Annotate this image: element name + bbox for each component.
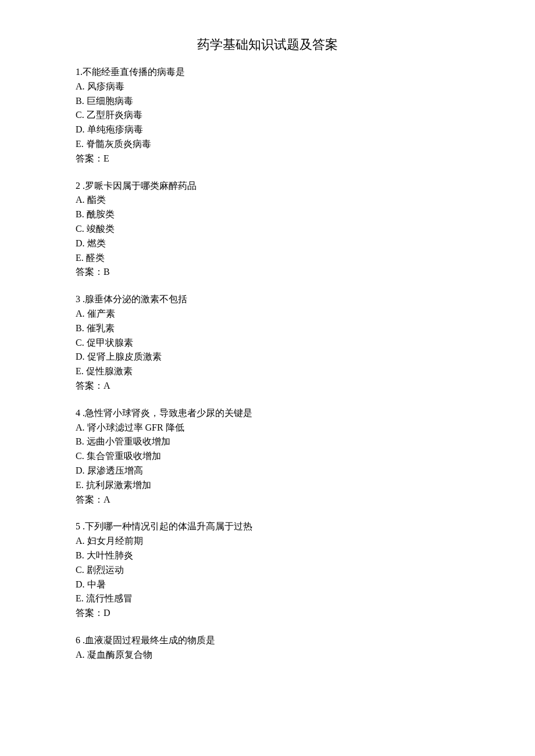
option-text: C. 剧烈运动 [76, 563, 459, 578]
question-block: 1.不能经垂直传播的病毒是A. 风疹病毒B. 巨细胞病毒C. 乙型肝炎病毒D. … [76, 65, 459, 166]
question-text: 6 .血液凝固过程最终生成的物质是 [76, 633, 459, 648]
answer-text: 答案：D [76, 606, 459, 621]
option-text: B. 催乳素 [76, 321, 459, 336]
question-text: 5 .下列哪一种情况引起的体温升高属于过热 [76, 519, 459, 534]
option-text: B. 远曲小管重吸收增加 [76, 435, 459, 449]
option-text: A. 妇女月经前期 [76, 534, 459, 549]
question-block: 5 .下列哪一种情况引起的体温升高属于过热A. 妇女月经前期B. 大叶性肺炎C.… [76, 519, 459, 621]
option-text: A. 肾小球滤过率 GFR 降低 [76, 421, 459, 435]
answer-text: 答案：B [76, 265, 459, 280]
option-text: C. 促甲状腺素 [76, 336, 459, 350]
option-text: B. 酰胺类 [76, 207, 459, 222]
option-text: A. 酯类 [76, 193, 459, 207]
option-text: D. 尿渗透压增高 [76, 464, 459, 478]
question-block: 4 .急性肾小球肾炎，导致患者少尿的关键是A. 肾小球滤过率 GFR 降低B. … [76, 406, 459, 507]
answer-text: 答案：A [76, 379, 459, 393]
option-text: C. 集合管重吸收增加 [76, 449, 459, 464]
question-text: 4 .急性肾小球肾炎，导致患者少尿的关键是 [76, 406, 459, 421]
answer-text: 答案：A [76, 493, 459, 507]
option-text: D. 促肾上腺皮质激素 [76, 350, 459, 364]
option-text: E. 促性腺激素 [76, 364, 459, 379]
question-text: 1.不能经垂直传播的病毒是 [76, 65, 459, 80]
option-text: B. 大叶性肺炎 [76, 549, 459, 563]
answer-text: 答案：E [76, 152, 459, 166]
question-text: 3 .腺垂体分泌的激素不包括 [76, 292, 459, 307]
question-block: 2 .罗哌卡因属于哪类麻醉药品A. 酯类B. 酰胺类C. 竣酸类D. 燃类E. … [76, 179, 459, 280]
option-text: B. 巨细胞病毒 [76, 94, 459, 109]
option-text: E. 醛类 [76, 251, 459, 266]
option-text: A. 催产素 [76, 307, 459, 321]
option-text: E. 脊髓灰质炎病毒 [76, 137, 459, 152]
page-title: 药学基础知识试题及答案 [76, 35, 459, 55]
option-text: A. 凝血酶原复合物 [76, 648, 459, 662]
option-text: A. 风疹病毒 [76, 80, 459, 94]
option-text: D. 燃类 [76, 237, 459, 251]
option-text: E. 流行性感冒 [76, 592, 459, 606]
option-text: D. 中暑 [76, 578, 459, 592]
questions-container: 1.不能经垂直传播的病毒是A. 风疹病毒B. 巨细胞病毒C. 乙型肝炎病毒D. … [76, 65, 459, 662]
option-text: D. 单纯疱疹病毒 [76, 123, 459, 137]
question-block: 6 .血液凝固过程最终生成的物质是A. 凝血酶原复合物 [76, 633, 459, 662]
option-text: C. 竣酸类 [76, 222, 459, 237]
question-block: 3 .腺垂体分泌的激素不包括A. 催产素B. 催乳素C. 促甲状腺素D. 促肾上… [76, 292, 459, 393]
question-text: 2 .罗哌卡因属于哪类麻醉药品 [76, 179, 459, 194]
option-text: E. 抗利尿激素增加 [76, 478, 459, 493]
option-text: C. 乙型肝炎病毒 [76, 108, 459, 123]
